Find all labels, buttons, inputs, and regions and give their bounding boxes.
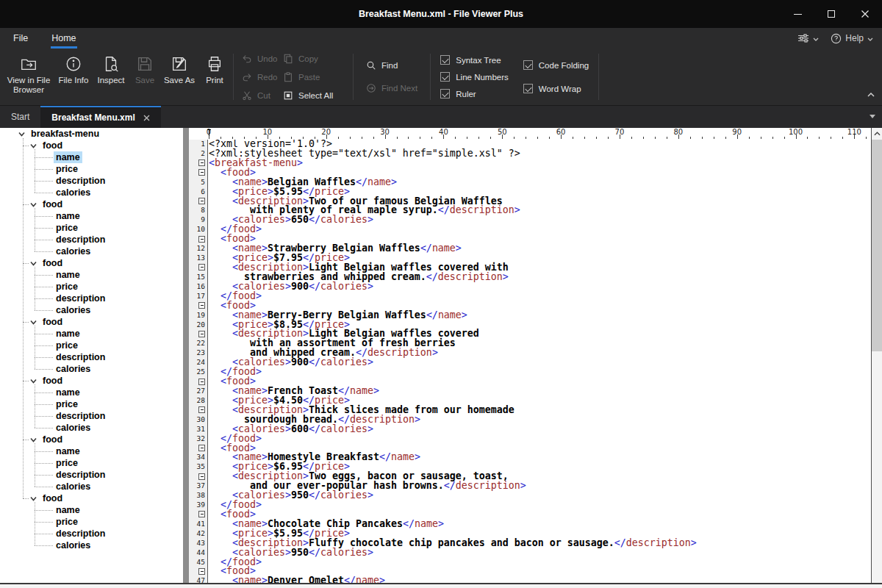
- gutter-fold-row[interactable]: [189, 472, 207, 481]
- cut-button[interactable]: Cut: [242, 86, 283, 104]
- fold-toggle-icon[interactable]: [198, 473, 205, 480]
- tree-node-calories[interactable]: calories: [0, 481, 183, 492]
- fold-toggle-icon[interactable]: [198, 169, 205, 176]
- code-line[interactable]: </food>: [209, 501, 871, 510]
- save-button[interactable]: Save: [129, 49, 160, 105]
- tree-node-name[interactable]: name: [0, 328, 183, 340]
- tree-node-calories[interactable]: calories: [0, 539, 183, 551]
- tree-node-price[interactable]: price: [0, 281, 183, 293]
- code-line[interactable]: <breakfast-menu>: [209, 159, 871, 168]
- fold-toggle-icon[interactable]: [198, 198, 205, 204]
- tree-node-description[interactable]: description: [0, 469, 183, 481]
- scrollbar-thumb[interactable]: [872, 140, 882, 351]
- tree-node-food[interactable]: food: [0, 492, 183, 504]
- tree-expand-chevron-icon[interactable]: [29, 377, 37, 387]
- gutter-fold-row[interactable]: [189, 406, 207, 415]
- fold-toggle-icon[interactable]: [198, 445, 205, 451]
- tree-node-name[interactable]: name: [0, 445, 183, 457]
- tree-expand-chevron-icon[interactable]: [29, 318, 37, 329]
- tree-node-price[interactable]: price: [0, 340, 183, 351]
- code-line[interactable]: <calories>900</calories>: [209, 282, 871, 292]
- tree-node-name[interactable]: name: [0, 387, 183, 398]
- tree-expand-chevron-icon[interactable]: [29, 259, 37, 270]
- tree-node-food[interactable]: food: [0, 198, 183, 210]
- quick-settings-button[interactable]: [797, 32, 819, 44]
- code-line[interactable]: </food>: [209, 292, 871, 301]
- copy-button[interactable]: Copy: [283, 49, 345, 68]
- code-folding-toggle[interactable]: Code Folding: [523, 60, 589, 70]
- redo-button[interactable]: Redo: [242, 68, 283, 86]
- gutter-fold-row[interactable]: [189, 168, 207, 178]
- fold-toggle-icon[interactable]: [198, 568, 205, 575]
- tree-node-description[interactable]: description: [0, 175, 183, 187]
- tab-close-button[interactable]: [143, 115, 150, 121]
- maximize-button[interactable]: [814, 0, 848, 28]
- tree-node-calories[interactable]: calories: [0, 245, 183, 257]
- tree-node-description[interactable]: description: [0, 528, 183, 539]
- tree-expand-chevron-icon[interactable]: [29, 142, 37, 152]
- print-button[interactable]: Print: [198, 49, 231, 105]
- menu-home[interactable]: Home: [40, 28, 87, 49]
- tree-node-calories[interactable]: calories: [0, 422, 183, 434]
- code-line[interactable]: <calories>950</calories>: [209, 491, 871, 501]
- gutter-fold-row[interactable]: [189, 510, 207, 520]
- find-next-button[interactable]: Find Next: [366, 77, 417, 100]
- tree-node-calories[interactable]: calories: [0, 304, 183, 316]
- fold-toggle-icon[interactable]: [198, 302, 205, 309]
- tree-expand-chevron-icon[interactable]: [29, 436, 37, 446]
- select-all-button[interactable]: Select All: [283, 86, 345, 104]
- tree-node-name[interactable]: name: [0, 210, 183, 222]
- tree-expand-chevron-icon[interactable]: [18, 130, 26, 140]
- gutter-fold-row[interactable]: [189, 197, 207, 207]
- tree-node-name[interactable]: name: [0, 269, 183, 281]
- code-line[interactable]: </food>: [209, 558, 871, 567]
- gutter-fold-row[interactable]: [189, 444, 207, 453]
- tree-node-name[interactable]: name: [0, 151, 183, 163]
- scrollbar-up-button[interactable]: [872, 128, 882, 140]
- line-numbers-toggle[interactable]: Line Numbers: [440, 72, 509, 82]
- fold-toggle-icon[interactable]: [198, 379, 205, 385]
- vertical-scrollbar[interactable]: [871, 128, 882, 588]
- tree-node-calories[interactable]: calories: [0, 363, 183, 375]
- fold-toggle-icon[interactable]: [198, 264, 205, 270]
- tree-node-description[interactable]: description: [0, 293, 183, 304]
- fold-toggle-icon[interactable]: [198, 331, 205, 337]
- tree-node-food[interactable]: food: [0, 434, 183, 445]
- gutter-fold-row[interactable]: [189, 159, 207, 168]
- close-button[interactable]: [848, 0, 882, 28]
- code-line[interactable]: <calories>900</calories>: [209, 358, 871, 368]
- fold-toggle-icon[interactable]: [198, 511, 205, 517]
- fold-toggle-icon[interactable]: [198, 159, 205, 166]
- gutter-fold-row[interactable]: [189, 567, 207, 576]
- code-line[interactable]: </food>: [209, 225, 871, 234]
- word-wrap-toggle[interactable]: Word Wrap: [523, 84, 589, 93]
- code-line[interactable]: </food>: [209, 368, 871, 377]
- undo-button[interactable]: Undo: [242, 49, 283, 68]
- panel-splitter[interactable]: [183, 128, 189, 588]
- file-info-button[interactable]: File Info: [54, 49, 93, 105]
- code-line[interactable]: <calories>600</calories>: [209, 425, 871, 434]
- code-line[interactable]: <?xml:stylesheet type="text/xsl" href="s…: [209, 149, 871, 159]
- fold-toggle-icon[interactable]: [198, 236, 205, 243]
- syntax-tree-toggle[interactable]: Syntax Tree: [440, 55, 509, 65]
- fold-toggle-icon[interactable]: [198, 406, 205, 413]
- tree-node-root[interactable]: breakfast-menu: [0, 128, 183, 140]
- tree-node-price[interactable]: price: [0, 398, 183, 410]
- tree-node-calories[interactable]: calories: [0, 187, 183, 198]
- save-as-button[interactable]: Save As: [160, 49, 198, 105]
- tree-node-name[interactable]: name: [0, 504, 183, 516]
- gutter-fold-row[interactable]: [189, 263, 207, 273]
- paste-button[interactable]: Paste: [283, 68, 345, 86]
- tab-start[interactable]: Start: [0, 106, 40, 128]
- gutter-fold-row[interactable]: [189, 377, 207, 387]
- tree-node-food[interactable]: food: [0, 140, 183, 151]
- gutter-fold-row[interactable]: [189, 234, 207, 244]
- tree-node-description[interactable]: description: [0, 410, 183, 422]
- code-line[interactable]: </food>: [209, 434, 871, 444]
- tree-expand-chevron-icon[interactable]: [29, 201, 37, 211]
- collapse-ribbon-button[interactable]: [867, 87, 875, 100]
- tree-node-food[interactable]: food: [0, 375, 183, 387]
- gutter-fold-row[interactable]: [189, 301, 207, 311]
- gutter-fold-row[interactable]: [189, 329, 207, 339]
- code-line[interactable]: <calories>650</calories>: [209, 215, 871, 225]
